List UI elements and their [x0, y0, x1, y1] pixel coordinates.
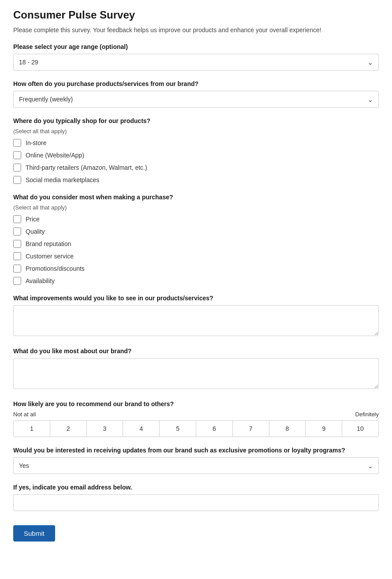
quality-label: Quality	[26, 228, 45, 235]
age-range-label: Please select your age range (optional)	[13, 43, 379, 50]
rating-6-button[interactable]: 6	[196, 421, 233, 437]
rating-8-button[interactable]: 8	[269, 421, 306, 437]
age-range-dropdown-wrapper[interactable]: 18 - 29 Under 18 30 - 39 40 - 49 50 - 59…	[13, 54, 379, 71]
promotions-discounts-label: Promotions/discounts	[26, 265, 85, 272]
improvements-label: What improvements would you like to see …	[13, 295, 379, 302]
shopping-location-label: Where do you typically shop for our prod…	[13, 117, 379, 124]
updates-interest-select[interactable]: Yes No Maybe	[14, 458, 378, 474]
recommendation-label: How likely are you to recommend our bran…	[13, 400, 379, 407]
promotions-discounts-checkbox[interactable]	[13, 265, 21, 273]
rating-labels: Not at all Definitely	[13, 411, 379, 418]
instore-checkbox[interactable]	[13, 139, 21, 147]
shopping-location-options: In-store Online (Website/App) Third-part…	[13, 139, 379, 184]
list-item[interactable]: Online (Website/App)	[13, 151, 379, 159]
customer-service-label: Customer service	[26, 253, 74, 260]
rating-10-button[interactable]: 10	[342, 421, 378, 437]
availability-checkbox[interactable]	[13, 277, 21, 285]
list-item[interactable]: Social media marketplaces	[13, 176, 379, 184]
purchase-considerations-options: Price Quality Brand reputation Customer …	[13, 215, 379, 285]
page-title: Consumer Pulse Survey	[13, 9, 379, 21]
recommendation-section: How likely are you to recommend our bran…	[13, 400, 379, 437]
third-party-label: Third-party retailers (Amazon, Walmart, …	[26, 164, 147, 171]
improvements-textarea[interactable]	[13, 305, 379, 336]
social-media-label: Social media marketplaces	[26, 176, 99, 183]
brand-like-section: What do you like most about our brand?	[13, 347, 379, 391]
list-item[interactable]: Quality	[13, 228, 379, 235]
shopping-location-section: Where do you typically shop for our prod…	[13, 117, 379, 184]
updates-interest-label: Would you be interested in receiving upd…	[13, 447, 379, 454]
instore-label: In-store	[26, 139, 46, 146]
purchase-considerations-label: What do you consider most when making a …	[13, 194, 379, 201]
purchase-considerations-section: What do you consider most when making a …	[13, 194, 379, 285]
rating-1-button[interactable]: 1	[14, 421, 50, 437]
purchase-frequency-dropdown-wrapper[interactable]: Frequently (weekly) Daily Occasionally (…	[13, 91, 379, 108]
definitely-label: Definitely	[355, 411, 379, 418]
rating-3-button[interactable]: 3	[87, 421, 123, 437]
third-party-checkbox[interactable]	[13, 164, 21, 172]
quality-checkbox[interactable]	[13, 228, 21, 235]
brand-like-label: What do you like most about our brand?	[13, 347, 379, 355]
list-item[interactable]: Availability	[13, 277, 379, 285]
purchase-considerations-sub-label: (Select all that apply)	[13, 204, 379, 211]
price-checkbox[interactable]	[13, 215, 21, 223]
price-label: Price	[26, 216, 40, 223]
list-item[interactable]: Third-party retailers (Amazon, Walmart, …	[13, 164, 379, 172]
list-item[interactable]: Price	[13, 215, 379, 223]
brand-reputation-checkbox[interactable]	[13, 240, 21, 248]
improvements-section: What improvements would you like to see …	[13, 295, 379, 338]
updates-interest-section: Would you be interested in receiving upd…	[13, 447, 379, 474]
submit-button[interactable]: Submit	[13, 525, 55, 542]
purchase-frequency-label: How often do you purchase products/servi…	[13, 80, 379, 87]
not-at-all-label: Not at all	[13, 411, 36, 418]
brand-like-textarea[interactable]	[13, 358, 379, 389]
list-item[interactable]: Promotions/discounts	[13, 265, 379, 273]
rating-7-button[interactable]: 7	[233, 421, 269, 437]
social-media-checkbox[interactable]	[13, 176, 21, 184]
purchase-frequency-section: How often do you purchase products/servi…	[13, 80, 379, 108]
email-field[interactable]	[13, 494, 379, 511]
list-item[interactable]: Brand reputation	[13, 240, 379, 248]
customer-service-checkbox[interactable]	[13, 252, 21, 260]
rating-4-button[interactable]: 4	[123, 421, 160, 437]
email-section: If yes, indicate you email address below…	[13, 484, 379, 511]
rating-2-button[interactable]: 2	[50, 421, 87, 437]
subtitle: Please complete this survey. Your feedba…	[13, 26, 379, 34]
updates-interest-dropdown-wrapper[interactable]: Yes No Maybe ⌄	[13, 457, 379, 474]
list-item[interactable]: In-store	[13, 139, 379, 147]
shopping-location-sub-label: (Select all that apply)	[13, 128, 379, 134]
online-checkbox[interactable]	[13, 151, 21, 159]
age-range-section: Please select your age range (optional) …	[13, 43, 379, 71]
brand-reputation-label: Brand reputation	[26, 240, 71, 247]
availability-label: Availability	[26, 277, 55, 284]
rating-buttons-group: 1 2 3 4 5 6 7 8 9 10	[13, 420, 379, 437]
purchase-frequency-select[interactable]: Frequently (weekly) Daily Occasionally (…	[14, 91, 378, 107]
online-label: Online (Website/App)	[26, 152, 84, 159]
age-range-select[interactable]: 18 - 29 Under 18 30 - 39 40 - 49 50 - 59…	[14, 54, 378, 70]
rating-9-button[interactable]: 9	[306, 421, 342, 437]
email-label: If yes, indicate you email address below…	[13, 484, 379, 491]
rating-5-button[interactable]: 5	[160, 421, 196, 437]
list-item[interactable]: Customer service	[13, 252, 379, 260]
